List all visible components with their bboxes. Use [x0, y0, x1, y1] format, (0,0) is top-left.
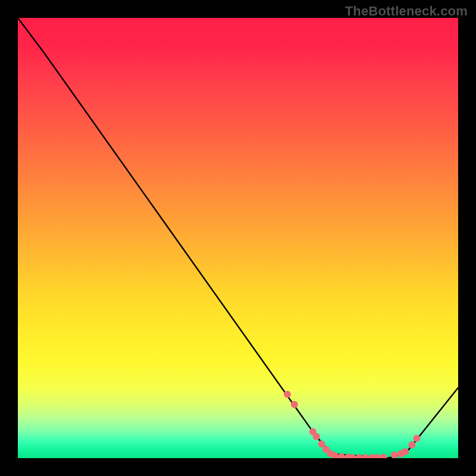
marker-dot [362, 454, 369, 458]
marker-dot [291, 401, 298, 408]
marker-dot [402, 448, 409, 455]
marker-dot [356, 454, 363, 458]
marker-dot [413, 435, 420, 442]
marker-dot [373, 454, 380, 458]
watermark-text: TheBottleneck.com [345, 4, 468, 19]
marker-dot [284, 391, 291, 398]
line-series-curve [18, 18, 458, 458]
plot-area [18, 18, 458, 458]
marker-layer [284, 391, 421, 458]
marker-dot [408, 441, 415, 449]
marker-dot [380, 454, 387, 458]
marker-dot [313, 433, 320, 440]
chart-frame: TheBottleneck.com [0, 0, 476, 476]
marker-dot [391, 452, 398, 458]
chart-svg [18, 18, 458, 458]
